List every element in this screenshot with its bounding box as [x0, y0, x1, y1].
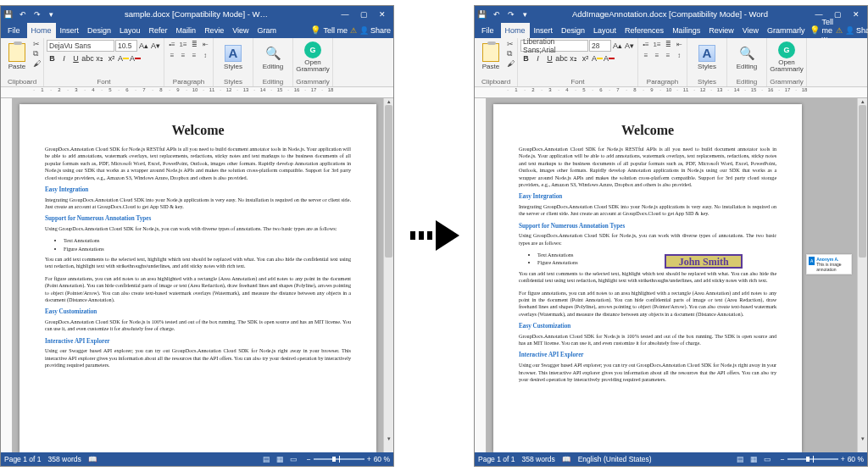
warning-icon[interactable]: ⚠: [350, 26, 357, 35]
view-web-icon[interactable]: ▭: [762, 454, 774, 464]
close-button[interactable]: ✕: [847, 6, 865, 23]
numbering-icon[interactable]: 1≡: [178, 40, 188, 50]
superscript-button[interactable]: x²: [580, 53, 591, 64]
copy-icon[interactable]: ⧉: [507, 49, 515, 58]
bold-button[interactable]: B: [47, 53, 58, 64]
status-page[interactable]: Page 1 of 1: [4, 455, 41, 463]
format-painter-icon[interactable]: 🖌: [507, 59, 515, 68]
zoom-value[interactable]: 60 %: [848, 455, 864, 463]
superscript-button[interactable]: x²: [106, 53, 117, 64]
redo-icon[interactable]: ↷: [505, 8, 516, 19]
close-button[interactable]: ✕: [373, 6, 392, 23]
strike-button[interactable]: abc: [556, 53, 567, 64]
scroll-up-icon[interactable]: ▴: [384, 98, 393, 105]
tab-file[interactable]: File: [475, 23, 501, 38]
scroll-down-icon[interactable]: ▾: [858, 435, 867, 442]
comment-card[interactable]: A Anonym A. This is image annotation: [806, 254, 852, 274]
bold-button[interactable]: B: [520, 53, 531, 64]
qat-dropdown-icon[interactable]: ▾: [520, 8, 531, 19]
scroll-thumb[interactable]: [859, 105, 866, 258]
font-size-select[interactable]: 10.5: [115, 40, 137, 52]
tab-design[interactable]: Design: [83, 23, 115, 38]
status-proofing-icon[interactable]: 📖: [88, 455, 97, 463]
status-words[interactable]: 358 words: [521, 455, 554, 463]
font-name-select[interactable]: Liberation Sans;Arial: [520, 40, 588, 52]
styles-button[interactable]: A Styles: [216, 40, 250, 75]
view-print-icon[interactable]: ▦: [748, 454, 760, 464]
view-print-icon[interactable]: ▦: [275, 454, 287, 464]
zoom-in-icon[interactable]: +: [841, 455, 845, 463]
maximize-button[interactable]: ▢: [354, 6, 373, 23]
tab-mailings[interactable]: Mailin: [172, 23, 201, 38]
underline-button[interactable]: U: [70, 53, 81, 64]
subscript-button[interactable]: x₂: [568, 53, 579, 64]
font-color-button[interactable]: A: [130, 53, 141, 64]
styles-button[interactable]: A Styles: [690, 40, 724, 75]
copy-icon[interactable]: ⧉: [33, 49, 41, 58]
tab-references[interactable]: References: [620, 23, 668, 38]
font-name-select[interactable]: DejaVu Sans: [47, 40, 114, 52]
indent-dec-icon[interactable]: ⇤: [200, 40, 210, 50]
numbering-icon[interactable]: 1≡: [652, 40, 662, 50]
underline-button[interactable]: U: [544, 53, 555, 64]
tellme-icon[interactable]: 💡: [810, 25, 820, 35]
tab-mailings[interactable]: Mailings: [668, 23, 704, 38]
paste-button[interactable]: Paste: [477, 40, 504, 74]
bullets-icon[interactable]: •≡: [641, 40, 651, 50]
tab-review[interactable]: Review: [704, 23, 738, 38]
subscript-button[interactable]: x₂: [94, 53, 105, 64]
tab-references[interactable]: Refer: [145, 23, 172, 38]
image-annotation-box[interactable]: John Smith: [665, 254, 743, 269]
multilevel-icon[interactable]: ≣: [663, 40, 673, 50]
qat-dropdown-icon[interactable]: ▾: [46, 8, 57, 19]
save-icon[interactable]: 💾: [3, 8, 14, 19]
font-color-button[interactable]: A: [604, 53, 615, 64]
tab-review[interactable]: Revie: [200, 23, 228, 38]
align-left-icon[interactable]: ≡: [641, 51, 651, 61]
scroll-up-icon[interactable]: ▴: [858, 98, 867, 105]
tab-insert[interactable]: Insert: [56, 23, 84, 38]
tab-home[interactable]: Home: [27, 23, 56, 38]
minimize-button[interactable]: —: [336, 6, 354, 23]
grammarly-button[interactable]: G Open Grammarly: [770, 40, 804, 75]
save-icon[interactable]: 💾: [476, 8, 487, 19]
font-size-select[interactable]: 28: [589, 40, 611, 52]
tab-view[interactable]: View: [228, 23, 253, 38]
editing-button[interactable]: 🔍 Editing: [256, 40, 290, 75]
share-button[interactable]: 👤 Share: [359, 26, 391, 35]
tab-home[interactable]: Home: [501, 23, 530, 38]
line-spacing-icon[interactable]: ↕: [200, 51, 210, 61]
tab-grammarly[interactable]: Grammarly: [763, 23, 810, 38]
document-page[interactable]: Welcome GroupDocs.Annotation Cloud SDK f…: [493, 104, 802, 452]
warning-icon[interactable]: ⚠: [836, 26, 843, 35]
align-center-icon[interactable]: ≡: [178, 51, 188, 61]
grammarly-button[interactable]: G Open Grammarly: [296, 40, 330, 75]
paste-button[interactable]: Paste: [3, 40, 31, 74]
highlight-button[interactable]: A: [118, 53, 129, 64]
tab-design[interactable]: Design: [557, 23, 589, 38]
zoom-out-icon[interactable]: −: [781, 455, 785, 463]
document-page[interactable]: Welcome GroupDocs.Annotation Cloud SDK f…: [19, 104, 376, 452]
undo-icon[interactable]: ↶: [17, 8, 28, 19]
shrink-font-icon[interactable]: A▾: [150, 40, 161, 51]
align-left-icon[interactable]: ≡: [167, 51, 177, 61]
share-button[interactable]: 👤 Share: [845, 26, 868, 35]
italic-button[interactable]: I: [58, 53, 70, 64]
grow-font-icon[interactable]: A▴: [612, 40, 623, 51]
tab-layout[interactable]: Layou: [115, 23, 145, 38]
scroll-down-icon[interactable]: ▾: [384, 435, 393, 442]
tab-grammarly[interactable]: Gram: [253, 23, 281, 38]
cut-icon[interactable]: ✂: [33, 40, 41, 48]
view-web-icon[interactable]: ▭: [288, 454, 300, 464]
tab-insert[interactable]: Insert: [530, 23, 558, 38]
vertical-scrollbar[interactable]: ▴ ▾: [857, 98, 867, 452]
editing-button[interactable]: 🔍 Editing: [730, 40, 764, 75]
shrink-font-icon[interactable]: A▾: [624, 40, 635, 51]
zoom-control[interactable]: − + 60 %: [307, 455, 390, 463]
status-proofing-icon[interactable]: 📖: [562, 455, 571, 463]
strike-button[interactable]: abc: [82, 53, 93, 64]
tab-file[interactable]: File: [1, 23, 27, 38]
grow-font-icon[interactable]: A▴: [138, 40, 149, 51]
status-words[interactable]: 358 words: [47, 455, 81, 463]
zoom-out-icon[interactable]: −: [307, 455, 311, 463]
